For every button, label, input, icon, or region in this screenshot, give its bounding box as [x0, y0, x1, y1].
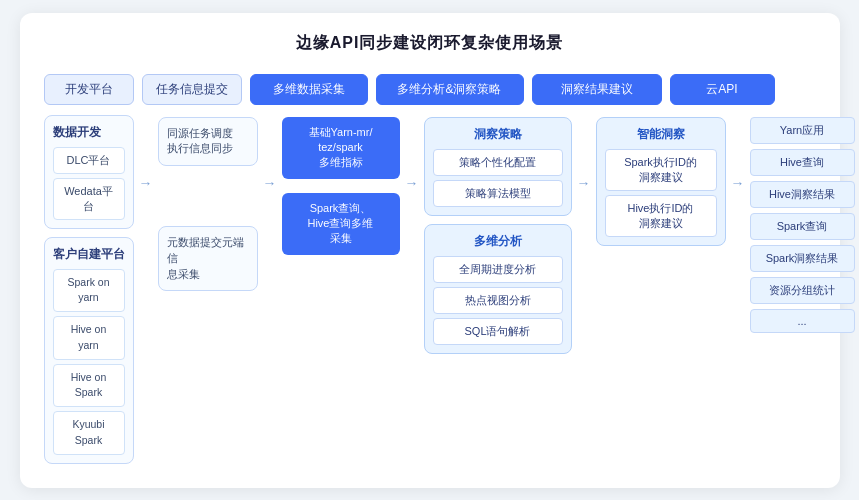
header-col3: 多维数据采集	[250, 74, 368, 105]
section-smart-insight: 智能洞察 Spark执行ID的 洞察建议 Hive执行ID的 洞察建议	[596, 117, 726, 246]
box-yarn-tez: 基础Yarn-mr/ tez/spark 多维指标	[282, 117, 400, 179]
item-spark-query: Spark查询	[750, 213, 855, 240]
header-col5: 洞察结果建议	[532, 74, 662, 105]
item-hive-insight: Hive执行ID的 洞察建议	[605, 195, 717, 237]
arrow5: →	[734, 115, 742, 191]
item-hive-insight-result: Hive洞察结果	[750, 181, 855, 208]
col2-content: 同源任务调度 执行信息同步 元数据提交元端信 息采集	[158, 115, 258, 292]
item-hive-spark: Hive on Spark	[53, 364, 125, 408]
item-more: ...	[750, 309, 855, 333]
header-col1: 开发平台	[44, 74, 134, 105]
box-spark-hive: Spark查询、 Hive查询多维 采集	[282, 193, 400, 255]
section-data-dev: 数据开发 DLC平台 Wedata平台	[44, 115, 134, 229]
item-dlc: DLC平台	[53, 147, 125, 174]
page-title: 边缘API同步建设闭环复杂使用场景	[44, 33, 816, 54]
item-strategy-config: 策略个性化配置	[433, 149, 563, 176]
arrow4: →	[580, 115, 588, 191]
insight-strategy-title: 洞察策略	[433, 126, 563, 143]
smart-insight-title: 智能洞察	[605, 126, 717, 143]
header-col2: 任务信息提交	[142, 74, 242, 105]
col6-content: Yarn应用 Hive查询 Hive洞察结果 Spark查询 Spark洞察结果…	[750, 115, 855, 333]
item-hive-query: Hive查询	[750, 149, 855, 176]
headers-row: 开发平台 任务信息提交 多维数据采集 多维分析&洞察策略 洞察结果建议 云API	[44, 74, 816, 105]
item-heatmap: 热点视图分析	[433, 287, 563, 314]
header-col4: 多维分析&洞察策略	[376, 74, 524, 105]
multi-analysis-title: 多维分析	[433, 233, 563, 250]
section-custom-title: 客户自建平台	[53, 246, 125, 263]
item-strategy-algo: 策略算法模型	[433, 180, 563, 207]
item-wedata: Wedata平台	[53, 178, 125, 220]
task-sync-text: 同源任务调度 执行信息同步	[167, 126, 249, 158]
item-spark-insight-result: Spark洞察结果	[750, 245, 855, 272]
item-kyuubi: Kyuubi Spark	[53, 411, 125, 455]
diagram-layout: 开发平台 任务信息提交 多维数据采集 多维分析&洞察策略 洞察结果建议 云API…	[44, 74, 816, 464]
item-spark-insight: Spark执行ID的 洞察建议	[605, 149, 717, 191]
item-sql-parse: SQL语句解析	[433, 318, 563, 345]
item-hive-yarn: Hive on yarn	[53, 316, 125, 360]
item-spark-yarn: Spark on yarn	[53, 269, 125, 313]
section-multi-analysis: 多维分析 全周期进度分析 热点视图分析 SQL语句解析	[424, 224, 572, 354]
col1-content: 数据开发 DLC平台 Wedata平台 客户自建平台 Spark on yarn…	[44, 115, 134, 464]
arrow1: →	[142, 115, 150, 191]
col5-content: 智能洞察 Spark执行ID的 洞察建议 Hive执行ID的 洞察建议	[596, 115, 726, 246]
section-task-sync: 同源任务调度 执行信息同步	[158, 117, 258, 167]
col4-content: 洞察策略 策略个性化配置 策略算法模型 多维分析 全周期进度分析 热点视图分析 …	[424, 115, 572, 354]
item-period-analysis: 全周期进度分析	[433, 256, 563, 283]
item-resource-stats: 资源分组统计	[750, 277, 855, 304]
section-insight-strategy: 洞察策略 策略个性化配置 策略算法模型	[424, 117, 572, 216]
section-data-dev-title: 数据开发	[53, 124, 125, 141]
body-row: 数据开发 DLC平台 Wedata平台 客户自建平台 Spark on yarn…	[44, 115, 816, 464]
arrow2: →	[266, 115, 274, 191]
col3-content: 基础Yarn-mr/ tez/spark 多维指标 Spark查询、 Hive查…	[282, 115, 400, 255]
main-card: 边缘API同步建设闭环复杂使用场景 开发平台 任务信息提交 多维数据采集 多维分…	[20, 13, 840, 488]
arrow3: →	[408, 115, 416, 191]
meta-collect-text: 元数据提交元端信 息采集	[167, 235, 249, 282]
header-col6: 云API	[670, 74, 775, 105]
item-yarn-app: Yarn应用	[750, 117, 855, 144]
section-meta-collect: 元数据提交元端信 息采集	[158, 226, 258, 291]
section-custom-platform: 客户自建平台 Spark on yarn Hive on yarn Hive o…	[44, 237, 134, 464]
